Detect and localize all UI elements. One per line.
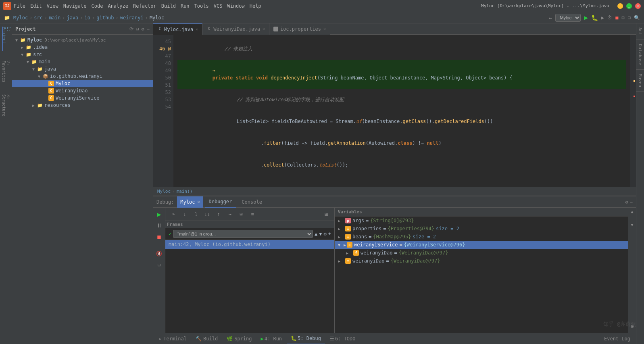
step-out-button[interactable]: ↑ bbox=[214, 209, 223, 219]
trace-button[interactable]: ≡ bbox=[248, 209, 257, 219]
tab-spring[interactable]: 🌿 Spring bbox=[223, 333, 256, 344]
sidebar-icon-favorites[interactable]: 2: Favorites bbox=[1, 60, 11, 85]
bc-github[interactable]: github bbox=[96, 15, 114, 21]
scroll-up-icon[interactable]: ▲ bbox=[631, 209, 633, 214]
profile-button[interactable]: ⏱ bbox=[607, 15, 612, 21]
menu-navigate[interactable]: Navigate bbox=[63, 3, 87, 9]
menu-analyze[interactable]: Analyze bbox=[108, 3, 128, 9]
minimize-panel-icon[interactable]: − bbox=[147, 26, 150, 32]
menu-file[interactable]: File bbox=[14, 3, 25, 9]
tab-build[interactable]: 🔨 Build bbox=[192, 333, 222, 344]
debugger-tab[interactable]: Debugger bbox=[205, 196, 236, 208]
stop-debug-button[interactable]: ■ bbox=[154, 232, 164, 242]
tab-ioc-properties[interactable]: P ioc.properties ✕ bbox=[269, 23, 330, 35]
scrollbar-area[interactable] bbox=[630, 35, 636, 187]
ebc-main[interactable]: main() bbox=[177, 189, 193, 194]
var-weiranyi-dao-child[interactable]: ▶ f weiranyiDao = {WeiranyiDao@797} bbox=[335, 249, 628, 257]
var-beans[interactable]: ▶ ≡ beans = {HashMap@795} size = 2 bbox=[335, 233, 628, 241]
settings-icon[interactable]: ⚙ bbox=[142, 26, 144, 32]
code-content[interactable]: // 依赖注入 → private static void dependency… bbox=[173, 35, 630, 187]
tree-item-src[interactable]: ▼ 📁 src bbox=[12, 51, 153, 58]
menu-code[interactable]: Code bbox=[92, 3, 103, 9]
bc-weiranyi[interactable]: weiranyi bbox=[120, 15, 144, 21]
add-variable-icon[interactable]: ⊕ bbox=[630, 323, 634, 329]
thread-dropdown[interactable]: "main"@1 in grou... bbox=[173, 230, 313, 238]
tab-weiranyi-dao[interactable]: C WeiranyiDao.java ✕ bbox=[202, 23, 269, 35]
stop-button[interactable]: ■ bbox=[615, 15, 618, 21]
add-frame-button[interactable]: + bbox=[328, 231, 331, 237]
menu-tools[interactable]: Tools bbox=[194, 3, 209, 9]
back-icon[interactable]: ← bbox=[549, 15, 552, 21]
debug-active-tab[interactable]: Myloc ✕ bbox=[177, 196, 203, 208]
tab-debug[interactable]: 🐛 5: Debug bbox=[287, 333, 325, 344]
collapse-all-icon[interactable]: ⊟ bbox=[136, 26, 139, 32]
console-tab[interactable]: Console bbox=[238, 196, 266, 208]
tab-myloc-java[interactable]: C Myloc.java ✕ bbox=[153, 23, 202, 35]
maximize-button[interactable]: □ bbox=[626, 3, 632, 9]
sidebar-ant[interactable]: Ant bbox=[636, 23, 644, 40]
step-over-button[interactable]: ↷ bbox=[169, 209, 178, 219]
tab-event-log[interactable]: Event Log bbox=[600, 333, 634, 344]
coverage-button[interactable]: ▶ bbox=[601, 15, 604, 21]
tree-item-weiranyi-service[interactable]: C WeiranyiService bbox=[12, 94, 153, 102]
tab-close-dao[interactable]: ✕ bbox=[263, 27, 265, 31]
evaluate-button[interactable]: ⊞ bbox=[236, 209, 246, 219]
debug-button[interactable]: 🐛 bbox=[591, 15, 598, 21]
sidebar-database[interactable]: Database bbox=[636, 40, 644, 70]
menu-vcs[interactable]: VCS bbox=[214, 3, 223, 9]
resume-button[interactable]: ▶ bbox=[154, 209, 164, 219]
run-to-cursor[interactable]: ⇥ bbox=[225, 209, 235, 219]
tab-close-myloc[interactable]: ✕ bbox=[196, 27, 198, 31]
tree-item-myloc-root[interactable]: ▼ 📁 Myloc D:\workplace\java\Myloc bbox=[12, 36, 153, 44]
bc-myloc[interactable]: Myloc bbox=[13, 15, 28, 21]
run-button[interactable]: ▶ bbox=[584, 14, 588, 21]
menu-help[interactable]: Help bbox=[250, 3, 261, 9]
menu-edit[interactable]: Edit bbox=[30, 3, 42, 9]
close-button[interactable]: ✕ bbox=[635, 3, 641, 9]
down-frame-button[interactable]: ▼ bbox=[319, 231, 322, 237]
sidebar-icon-structure[interactable]: 3: Structure bbox=[1, 94, 11, 119]
menu-view[interactable]: View bbox=[47, 3, 58, 9]
tree-item-weiranyi-dao[interactable]: C WeiranyiDao bbox=[12, 87, 153, 94]
search-icon[interactable]: 🔍 bbox=[634, 15, 640, 21]
menu-run[interactable]: Run bbox=[181, 3, 190, 9]
menu-window[interactable]: Window bbox=[227, 3, 244, 9]
filter-frames-button[interactable]: ⚙ bbox=[324, 231, 327, 237]
force-step-into[interactable]: ↓↓ bbox=[202, 209, 212, 219]
sidebar-maven[interactable]: Maven bbox=[636, 70, 644, 92]
restore-layout-icon[interactable]: ⊞ bbox=[154, 260, 164, 270]
bc-java[interactable]: java bbox=[67, 15, 78, 21]
toolbar-icon2[interactable]: ⊟ bbox=[628, 15, 631, 21]
minimize-debug-icon[interactable]: − bbox=[630, 199, 633, 205]
bc-main[interactable]: main bbox=[49, 15, 60, 21]
tab-run[interactable]: ▶ 4: Run bbox=[257, 333, 286, 344]
bc-io[interactable]: io bbox=[85, 15, 90, 21]
debug-tab-close[interactable]: ✕ bbox=[197, 200, 200, 204]
sync-icon[interactable]: ⟳ bbox=[129, 26, 133, 32]
step-into-my-code[interactable]: ⤵ bbox=[191, 209, 201, 219]
menu-refactor[interactable]: Refactor bbox=[133, 3, 156, 9]
tree-item-idea[interactable]: ▶ 📁 .idea bbox=[12, 44, 153, 51]
toolbar-icon1[interactable]: ⊞ bbox=[622, 15, 625, 21]
ebc-myloc[interactable]: Myloc bbox=[157, 189, 171, 194]
var-properties[interactable]: ▶ ≡ properties = {Properties@794} size =… bbox=[335, 225, 628, 233]
tree-item-main[interactable]: ▼ 📁 main bbox=[12, 58, 153, 65]
tree-item-myloc[interactable]: C Myloc bbox=[12, 80, 153, 87]
menu-build[interactable]: Build bbox=[161, 3, 176, 9]
scroll-down-icon[interactable]: ▼ bbox=[631, 223, 633, 227]
mute-button[interactable]: 🔇 bbox=[154, 249, 164, 259]
tree-item-package[interactable]: ▼ 📦 io.github.weiranyi bbox=[12, 73, 153, 80]
var-args[interactable]: ▶ p args = {String[0]@793} bbox=[335, 217, 628, 225]
minimize-button[interactable]: − bbox=[617, 3, 623, 9]
up-frame-button[interactable]: ▲ bbox=[315, 231, 317, 237]
run-config-select[interactable]: Myloc bbox=[555, 14, 581, 22]
bc-src[interactable]: src bbox=[34, 15, 43, 21]
tab-close-ioc[interactable]: ✕ bbox=[323, 27, 326, 31]
tab-todo[interactable]: ☰ 6: TODO bbox=[326, 333, 360, 344]
frame-item-main[interactable]: main:42, Myloc (io.github.weiranyi) bbox=[165, 240, 334, 249]
settings-gear-icon[interactable]: ⚙ bbox=[625, 199, 628, 205]
step-into-button[interactable]: ↓ bbox=[180, 209, 190, 219]
sidebar-icon-project[interactable]: 1: Project bbox=[2, 27, 10, 51]
restore-layout-btn[interactable]: ⊞ bbox=[321, 209, 331, 219]
tree-item-resources[interactable]: ▶ 📁 resources bbox=[12, 102, 153, 109]
